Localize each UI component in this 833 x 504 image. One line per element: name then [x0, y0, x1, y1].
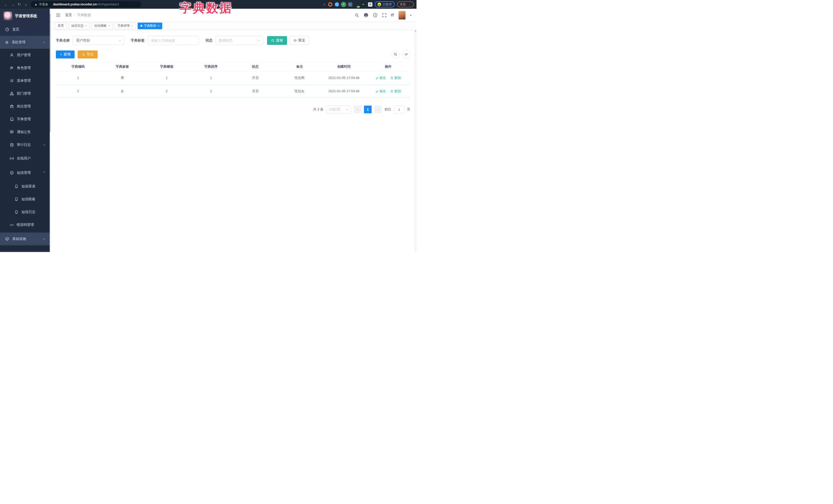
- tab-home[interactable]: 首页: [55, 23, 67, 29]
- refresh-icon: ⟳: [294, 39, 297, 42]
- refresh-icon: ⟳: [405, 52, 408, 56]
- extension-icon[interactable]: [348, 2, 352, 7]
- error-code-icon: </>: [10, 223, 14, 226]
- home-icon[interactable]: ⌂: [23, 2, 29, 7]
- sidebar-item-online-users[interactable]: 在线用户: [0, 151, 51, 166]
- tab-dict-data[interactable]: 字典数据 ×: [138, 23, 162, 29]
- goto-page-input[interactable]: [394, 105, 404, 113]
- sidebar-item-home[interactable]: 首页: [0, 23, 51, 36]
- sidebar-item-sms-channel[interactable]: 短信渠道: [0, 180, 51, 193]
- edit-link[interactable]: 修改: [376, 89, 386, 94]
- sidebar-item-notice-announcement[interactable]: 通知公告: [0, 126, 51, 139]
- filter-form: 字典名称 用户性别 字典标签 状态 数据状态 搜索: [56, 36, 410, 45]
- chevron-up-icon: [43, 171, 46, 174]
- trash-icon: [390, 90, 394, 93]
- extensions-puzzle-icon[interactable]: [368, 2, 373, 7]
- app-title: 芋道管理系统: [15, 14, 37, 19]
- chevron-up-icon: [43, 42, 46, 44]
- sidebar-item-menu-management[interactable]: 菜单管理: [0, 74, 51, 87]
- delete-link[interactable]: 删除: [390, 76, 401, 80]
- page-size-select[interactable]: 10条/页: [326, 105, 351, 113]
- breadcrumb: 首页 / 字典数据: [65, 13, 91, 18]
- breadcrumb-home[interactable]: 首页: [65, 13, 72, 18]
- dict-name-select[interactable]: 用户性别: [73, 36, 124, 45]
- sidebar-item-dict-management[interactable]: 字典管理: [0, 113, 51, 126]
- font-size-icon[interactable]: tT: [391, 13, 394, 17]
- edit-link[interactable]: 修改: [376, 76, 386, 80]
- extension-icon[interactable]: [355, 2, 359, 7]
- sidebar-item-audit-log[interactable]: 审计日志: [0, 139, 51, 151]
- update-button[interactable]: 更新 ⋮: [397, 1, 414, 7]
- sidebar-item-infrastructure[interactable]: 基础设施: [0, 233, 51, 245]
- reload-icon[interactable]: ↻: [16, 2, 23, 7]
- next-page-button[interactable]: ›: [374, 105, 382, 113]
- user-avatar[interactable]: [399, 11, 405, 20]
- sidebar-item-sms-management[interactable]: 短信管理: [0, 166, 51, 180]
- extension-icon[interactable]: [328, 2, 332, 7]
- search-icon[interactable]: [355, 13, 359, 18]
- sidebar-item-role-management[interactable]: 角色管理: [0, 62, 51, 74]
- sidebar-item-user-management[interactable]: 用户管理: [0, 49, 51, 62]
- edit-icon: [376, 76, 379, 79]
- delete-link[interactable]: 删除: [390, 89, 401, 94]
- back-icon[interactable]: ←: [3, 2, 9, 7]
- prev-page-button[interactable]: ‹: [354, 105, 361, 113]
- sidebar-item-sms-template[interactable]: 短信模板: [0, 193, 51, 206]
- status-select[interactable]: 数据状态: [216, 36, 263, 45]
- tab-sms-template[interactable]: 短信模板 ×: [92, 23, 113, 29]
- add-button[interactable]: + 新增: [56, 50, 75, 58]
- url-host: dashboard.yudao.iocoder.cn: [53, 3, 97, 6]
- app-logo-row[interactable]: 芋道管理系统: [0, 9, 51, 23]
- sms-channel-icon: [14, 184, 19, 188]
- tab-sms-log[interactable]: 短信日志 ×: [68, 23, 90, 29]
- sidebar-item-sms-log[interactable]: 短信日志: [0, 206, 51, 218]
- column-header: 状态: [233, 62, 278, 71]
- caret-down-icon[interactable]: ▾: [410, 14, 411, 17]
- sidebar-item-system-management[interactable]: ⚙ 系统管理: [0, 36, 51, 49]
- user-icon: [10, 53, 14, 57]
- extension-icon[interactable]: [361, 2, 366, 7]
- sidebar-item-error-code-management[interactable]: </> 错误码管理: [0, 218, 51, 231]
- close-icon[interactable]: ×: [158, 24, 160, 28]
- forward-icon[interactable]: →: [9, 2, 16, 7]
- page-scrollbar[interactable]: [414, 9, 416, 252]
- fullscreen-icon[interactable]: [382, 13, 386, 18]
- github-icon[interactable]: [364, 13, 368, 18]
- org-tree-icon: [10, 92, 14, 96]
- overlay-annotation-title: 字典数据: [180, 0, 233, 16]
- post-badge-icon: [10, 104, 14, 109]
- chevron-down-icon: [119, 39, 121, 41]
- dictionary-icon: [10, 117, 14, 121]
- search-button[interactable]: 搜索: [267, 36, 287, 45]
- app-logo: [4, 11, 12, 20]
- toggle-search-button[interactable]: [391, 50, 400, 58]
- reset-button[interactable]: ⟳ 重置: [290, 36, 309, 45]
- tab-dict-management[interactable]: 字典管理 ×: [115, 23, 136, 29]
- address-bar[interactable]: ▲ 不安全 dashboard.yudao.iocoder.cn /dict/t…: [31, 1, 141, 7]
- menu-list-icon: [10, 79, 14, 83]
- column-header: 字典排序: [189, 62, 233, 71]
- refresh-table-button[interactable]: ⟳: [402, 50, 410, 58]
- page-unit-label: 页: [407, 107, 410, 112]
- extension-icon[interactable]: [341, 2, 346, 7]
- sidebar-fold-icon[interactable]: [56, 13, 61, 17]
- emoji-avatar-icon: [378, 3, 381, 6]
- close-icon[interactable]: ×: [108, 24, 110, 28]
- close-icon[interactable]: ×: [131, 24, 133, 28]
- extension-icon[interactable]: [335, 2, 339, 7]
- column-header: 创建时间: [322, 62, 366, 71]
- status-label: 状态: [206, 38, 213, 43]
- roles-icon: [10, 66, 14, 70]
- menu-dots-icon[interactable]: ⋮: [408, 3, 411, 6]
- dict-label-input[interactable]: [148, 36, 199, 45]
- bookmark-star-icon[interactable]: ☆: [323, 2, 326, 6]
- sidebar-item-department-management[interactable]: 部门管理: [0, 87, 51, 100]
- sidebar-item-post-management[interactable]: 岗位管理: [0, 100, 51, 113]
- page-number-button[interactable]: 1: [364, 105, 372, 113]
- help-icon[interactable]: ?: [373, 13, 378, 18]
- paused-badge[interactable]: 已暂停: [375, 1, 395, 7]
- sms-template-icon: [14, 197, 19, 201]
- export-button[interactable]: 导出: [78, 50, 98, 58]
- dict-data-table: 字典编码 字典标签 字典键值 字典排序 状态 备注 创建时间 操作 1 男 1: [56, 62, 410, 98]
- close-icon[interactable]: ×: [85, 24, 87, 28]
